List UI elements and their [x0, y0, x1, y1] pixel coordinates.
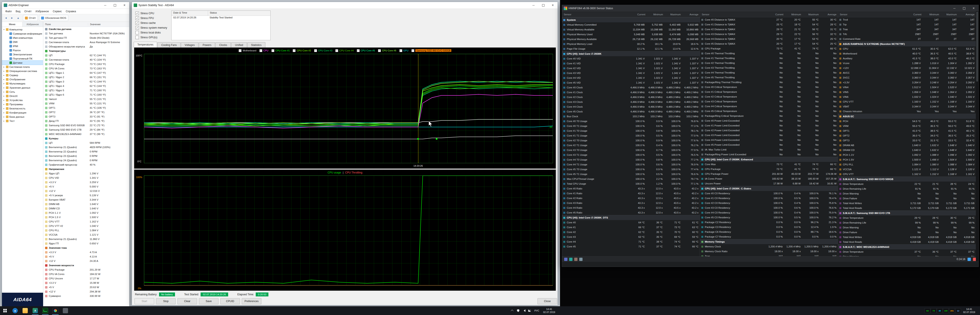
hwinfo-sensor-row[interactable]: Physical Memory Available26,718 MB26,192…: [562, 37, 700, 41]
sensor-row[interactable]: ЦП62 °C (144 °F): [43, 53, 129, 57]
tree-item-18[interactable]: ▸Программы: [2, 102, 43, 106]
hwinfo-sensor-row[interactable]: Chassis IntrusionYesYesYesYes: [838, 109, 976, 114]
legend-item-7[interactable]: ✓CPU Core #6: [378, 49, 396, 52]
hwinfo-sensor-row[interactable]: Core #4 T1 Usage100.0 %0.6 %100.0 %76.9 …: [562, 162, 700, 167]
shield-icon[interactable]: [515, 307, 521, 314]
legend-item-6[interactable]: ✓CPU Core #5: [357, 49, 375, 52]
header-average[interactable]: Average: [682, 13, 700, 16]
tree-item-15[interactable]: ▸Сеть: [2, 90, 43, 94]
hwinfo-sensor-row[interactable]: Core #3 Power Limit ExceededNoNoNoNo: [700, 133, 838, 138]
hwinfo-sensor-row[interactable]: Core #5 Distance to TjMAX20 °C17 °C54 °C…: [700, 41, 838, 46]
tree-item-17[interactable]: ▸Устройства: [2, 98, 43, 102]
legend-checkbox-icon[interactable]: ✓: [272, 49, 274, 52]
hwinfo-sensor-row[interactable]: Memory Clock1,200.4 MHz1,200.4 MHz1,200.…: [700, 244, 838, 249]
hwinfo-sensor-row[interactable]: Total Host Reads5,172 GB5,170 GB5,172 GB…: [838, 205, 976, 210]
tray-sensor-badge-4[interactable]: 201: [949, 308, 955, 313]
hwinfo-sensor-row[interactable]: Core #1 Thermal ThrottlingNoNoNoNo: [700, 56, 838, 60]
forward-icon[interactable]: ►: [10, 15, 15, 21]
hwinfo-sensor-row[interactable]: Total CPU Usage100.0 %1.2 %100.0 %77.1 %: [562, 181, 700, 186]
hwinfo-sensor-row[interactable]: Core #1 Ratio43.3 x12.0 x43.5 x43.2 x: [562, 191, 700, 196]
hwinfo-sensor-row[interactable]: CPU VTT1.160 V1.152 V1.168 V1.160 V: [838, 99, 976, 104]
close-button[interactable]: [548, 2, 558, 8]
header-maximum[interactable]: Maximum: [940, 13, 958, 16]
hwinfo-sensor-row[interactable]: Core #3 T0 Usage100.0 %0.7 %100.0 %77.9 …: [562, 148, 700, 153]
taskbar-clock[interactable]: 14:4102.07.2019: [961, 307, 977, 314]
hwinfo-sensor-row[interactable]: Core #1 Power Limit ExceededNoNoNoNo: [700, 123, 838, 128]
stress-option-5[interactable]: Stress GPU(s): [135, 35, 167, 40]
hwinfo-sensor-row[interactable]: VIN61.032 V1.024 V1.040 V1.031 V: [838, 94, 976, 99]
tree-item-19[interactable]: ▸Безопасность: [2, 106, 43, 110]
checkbox-icon[interactable]: ✓: [135, 21, 139, 25]
sensor-row[interactable]: CPU VID1.341 V: [43, 176, 129, 180]
hwinfo-sensor-row[interactable]: Core #4 C0 Residency100.0 %0.4 %100.0 %7…: [700, 210, 838, 215]
tab-voltages[interactable]: Voltages: [181, 42, 199, 48]
stress-option-1[interactable]: ✓Stress FPU: [135, 16, 167, 21]
sensor-row[interactable]: Ядро ЦП1.296 V: [43, 171, 129, 176]
speaker-icon[interactable]: [521, 307, 527, 314]
hwinfo-sensor-row[interactable]: Core #0 Distance to TjMAX27 °C20 °C55 °C…: [700, 17, 838, 22]
sensor-row[interactable]: Суммарно330.99 W: [43, 294, 129, 298]
sidebar-tab-0[interactable]: Меню: [2, 22, 22, 27]
legend-checkbox-icon[interactable]: ✓: [314, 49, 317, 52]
hwinfo-sensor-row[interactable]: PCH 1.5V1.500 V1.496 V1.504 V1.500 V: [838, 157, 976, 162]
log-col-status[interactable]: Status: [208, 11, 219, 16]
hwinfo-sensor-row[interactable]: Core #4 Ratio43.3 x12.0 x43.5 x43.2 x: [562, 205, 700, 210]
sensor-row[interactable]: OPT236 °C (97 °F): [43, 110, 129, 115]
hwinfo-sensor-row[interactable]: Core #064 °C36 °C71 °C61 °C: [562, 220, 700, 225]
start-button[interactable]: Start: [135, 298, 154, 304]
sensor-row[interactable]: +12 V294.38 W: [43, 290, 129, 294]
maximize-button[interactable]: [959, 5, 969, 11]
tree-item-14[interactable]: ▸Хранение данных: [2, 86, 43, 90]
taskbar-cpuid-button[interactable]: [60, 306, 70, 315]
tray-sensor-badge-3[interactable]: 100: [943, 308, 949, 313]
legend-checkbox-icon[interactable]: ✓: [378, 49, 381, 52]
hwinfo-sensor-row[interactable]: IA Cores Power183.62 W38.15 W185.93 W157…: [700, 176, 838, 181]
legend-checkbox-icon[interactable]: ✓: [239, 49, 242, 52]
hwinfo-sensor-row[interactable]: Drive Remaining Life91 %91 %91 %91 %: [838, 186, 976, 191]
header-sensor[interactable]: Sensor: [700, 13, 767, 16]
hwinfo-sensor-row[interactable]: Core #2 T0 Usage100.0 %0.9 %100.0 %77.6 …: [562, 138, 700, 143]
hwinfo-sensor-row[interactable]: CPU PLL1.084 V1.080 V1.088 V1.084 V: [838, 162, 976, 167]
hwinfo-sensor-row[interactable]: Core #4 Clock4,466.9 MHz4,466.9 MHz4,489…: [562, 104, 700, 109]
hwinfo-sensor-row[interactable]: Trcd14T14T14T14T: [838, 17, 976, 22]
hwinfo-sensor-row[interactable]: Package/Ring Critical TemperatureNoNoNoN…: [700, 113, 838, 118]
checkbox-icon[interactable]: [135, 36, 139, 39]
hwinfo-sensor-row[interactable]: Core #4 T0 Usage100.0 %0.8 %100.0 %77.2 …: [562, 157, 700, 162]
legend-checkbox-icon[interactable]: ✓: [259, 49, 262, 52]
stress-option-0[interactable]: ✓Stress CPU: [135, 11, 167, 16]
hwinfo-group-header[interactable]: S.M.A.R.T.: Samsung SSD 860 EVO 500GB: [838, 177, 976, 181]
hwinfo-sensor-row[interactable]: Core #0 Clock4,466.9 MHz4,466.9 MHz4,489…: [562, 85, 700, 90]
hwinfo-sensor-row[interactable]: Drive Remaining Life99 %99 %99 %99 %: [838, 220, 976, 225]
hwinfo-sensor-row[interactable]: Core #4 VID1.341 V1.021 V1.341 V1.337 V: [562, 75, 700, 80]
sensor-row[interactable]: ЦП1 / Ядро 571 °C (160 °F): [43, 88, 129, 92]
sensor-row[interactable]: +3.3 V15.98 W: [43, 281, 129, 285]
hwinfo-sensor-row[interactable]: OPT236.0 °C34.0 °C36.5 °C35.3 °C: [838, 133, 976, 138]
log-row[interactable]: 02.07.2019 14:20:26Stability Test Starte…: [172, 16, 270, 20]
hwinfo-group-header[interactable]: ASUS RAMPAGE IV EXTREME (Nuvoton NCT6779…: [838, 41, 976, 46]
menu-item-2[interactable]: Отчёт: [22, 10, 33, 13]
sensor-row[interactable]: +5 V4.13 A: [43, 255, 129, 259]
hwinfo-sensor-row[interactable]: Core #5 Thermal ThrottlingNoNoNoNo: [700, 75, 838, 80]
hwinfo-group-header[interactable]: Memory Timings: [700, 239, 838, 244]
minimize-button[interactable]: [529, 2, 538, 8]
hwinfo-sensor-row[interactable]: Core #2 Clock4,466.9 MHz4,466.9 MHz4,489…: [562, 95, 700, 100]
sensor-row[interactable]: ЦП584 RPM: [43, 141, 129, 145]
tree-item-0[interactable]: ▾Компьютер: [2, 27, 43, 32]
sensor-row[interactable]: Графический процессор40 %: [43, 162, 129, 167]
header-minimum[interactable]: Minimum: [785, 13, 802, 16]
sensor-row[interactable]: CPU VTT1.162 V: [43, 220, 129, 224]
hwinfo-sensor-row[interactable]: Core #5 Power Limit ExceededNoNoNoNo: [700, 142, 838, 147]
hwinfo-sensor-row[interactable]: Drive FailureNoNoNoNo: [838, 230, 976, 235]
sensor-row[interactable]: ЦП1 / Ядро 164 °C (147 °F): [43, 71, 129, 75]
hwinfo-sensor-row[interactable]: Core #3 C0 Residency100.0 %0.6 %100.0 %7…: [700, 205, 838, 210]
hwinfo-sensor-row[interactable]: Drive WarningNoNoNoNo: [838, 225, 976, 230]
cpuid-button[interactable]: CPUID: [220, 298, 240, 304]
close-button[interactable]: [120, 2, 129, 8]
sensor-row[interactable]: Вентилятор 21 (Quadro)4829 RPM (100%): [43, 145, 129, 150]
hwinfo-sensor-row[interactable]: Core #362 °C35 °C69 °C59 °C: [562, 234, 700, 239]
hwinfo-sensor-row[interactable]: Core #4 Critical TemperatureNoNoNoNo: [700, 104, 838, 109]
taskbar-clock[interactable]: 14:4102.07.2019: [541, 307, 557, 314]
toolbar-button-1[interactable]: Обновление BIOS: [39, 15, 68, 21]
tree-item-3[interactable]: DMI: [2, 40, 43, 44]
log-col-datetime[interactable]: Date & Time: [172, 11, 208, 16]
